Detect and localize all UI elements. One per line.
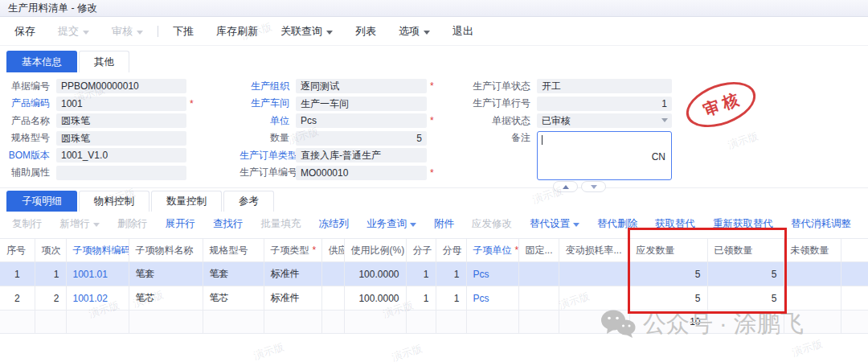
cell-subitem-type: 标准件 <box>264 286 321 311</box>
delete-row-button[interactable]: 删除行 <box>108 217 157 231</box>
product-name-field[interactable]: 圆珠笔 <box>56 113 186 128</box>
prod-org-field[interactable]: 逐同测试 <box>296 79 427 93</box>
chevron-down-icon <box>83 31 89 35</box>
submit-button[interactable]: 提交 <box>47 24 100 39</box>
cell-issue-qty: 5 <box>629 286 707 311</box>
cell-fixed <box>518 286 559 311</box>
prod-org-label: 生产组织 <box>240 80 296 93</box>
doc-no-field[interactable]: PPBOM00000010 <box>56 79 186 93</box>
unit-label: 单位 <box>240 114 296 128</box>
substitute-consume-adjust-button[interactable]: 替代消耗调整 <box>782 217 860 231</box>
get-substitute-button[interactable]: 获取替代 <box>646 217 704 231</box>
cell-var-loss <box>559 262 629 286</box>
col-received-qty[interactable]: 已领数量 <box>707 239 784 262</box>
main-toolbar: 保存 提交 审核 下推 库存刷新 关联查询 列表 选项 退出 <box>0 18 868 46</box>
chevron-down-icon <box>573 223 579 227</box>
table-row[interactable]: 1 1 1001.01 笔套 笔套 标准件 100.0000 1 1 Pcs 5… <box>0 262 868 286</box>
add-row-button[interactable]: 新增行 <box>51 217 109 231</box>
product-code-label: 产品编码 <box>6 97 56 110</box>
freeze-column-button[interactable]: 冻结列 <box>310 217 358 231</box>
page-title: 生产用料清单 - 修改 <box>8 2 97 14</box>
remark-textarea[interactable]: CN <box>537 131 672 180</box>
bom-version-field[interactable]: 1001_V1.0 <box>56 148 186 162</box>
mo-line-label: 生产订单行号 <box>442 97 537 110</box>
push-down-button[interactable]: 下推 <box>162 24 205 39</box>
cell-material-code-link[interactable]: 1001.02 <box>66 286 129 311</box>
list-button[interactable]: 列表 <box>344 24 387 39</box>
attachment-button[interactable]: 附件 <box>425 217 463 231</box>
doc-status-label: 单据状态 <box>442 114 537 128</box>
expand-row-button[interactable]: 展开行 <box>157 217 205 231</box>
cell-unit-link[interactable]: Pcs <box>466 286 518 311</box>
tab-material-control[interactable]: 物料控制 <box>79 191 149 212</box>
col-fixed[interactable]: 固定... <box>518 239 559 262</box>
mo-no-label: 生产订单编号 <box>240 166 296 179</box>
table-summary-row: 10 <box>0 311 868 334</box>
exit-button[interactable]: 退出 <box>441 24 485 39</box>
workshop-label: 生产车间 <box>240 97 296 110</box>
col-use-ratio[interactable]: 使用比例(%) <box>344 239 406 262</box>
col-seq[interactable]: 序号 <box>0 239 35 262</box>
options-button[interactable]: 选项 <box>387 24 441 39</box>
qty-field[interactable]: 5 <box>296 131 427 146</box>
spec-field[interactable]: 圆珠笔 <box>56 131 186 146</box>
collapse-up-button[interactable] <box>553 181 578 192</box>
aux-attr-field[interactable] <box>56 166 186 180</box>
tab-other[interactable]: 其他 <box>79 51 129 72</box>
chevron-down-icon <box>93 223 100 227</box>
col-subitem-unit[interactable]: 子项单位* <box>466 239 518 262</box>
batch-fill-button[interactable]: 批量填充 <box>252 217 310 231</box>
tab-qty-control[interactable]: 数量控制 <box>151 191 222 212</box>
audit-button[interactable]: 审核 <box>100 24 154 39</box>
tab-basic-info[interactable]: 基本信息 <box>6 51 77 72</box>
substitute-delete-button[interactable]: 替代删除 <box>588 217 646 231</box>
tab-subitem-detail[interactable]: 子项明细 <box>6 191 77 212</box>
cell-material-name: 笔芯 <box>129 286 203 311</box>
required-marker: * <box>430 167 434 179</box>
mo-no-field[interactable]: MO000010 <box>296 166 427 180</box>
header-tabs: 基本信息 其他 <box>6 51 131 72</box>
save-button[interactable]: 保存 <box>3 24 47 39</box>
mo-type-field[interactable]: 直接入库-普通生产 <box>296 148 427 162</box>
cell-use-ratio: 100.0000 <box>344 286 406 311</box>
window-titlebar: 生产用料清单 - 修改 <box>0 0 868 17</box>
col-material-code[interactable]: 子项物料编码* <box>66 239 129 262</box>
mo-status-field[interactable]: 开工 <box>537 79 672 93</box>
inventory-refresh-button[interactable]: 库存刷新 <box>205 24 269 39</box>
copy-row-button[interactable]: 复制行 <box>3 217 51 231</box>
related-query-button[interactable]: 关联查询 <box>269 24 344 39</box>
col-numerator[interactable]: 分子 <box>406 239 436 262</box>
col-subitem-type[interactable]: 子项类型* <box>264 239 321 262</box>
issue-modify-button[interactable]: 应发修改 <box>463 217 521 231</box>
collapse-down-button[interactable] <box>581 181 606 192</box>
re-get-substitute-button[interactable]: 重新获取替代 <box>704 217 782 231</box>
remark-label: 备注 <box>442 131 537 145</box>
col-item[interactable]: 项次 <box>35 239 66 262</box>
doc-status-select[interactable]: 已审核 <box>537 113 672 128</box>
col-issue-qty[interactable]: 应发数量 <box>629 239 707 262</box>
product-code-field[interactable]: 1001 <box>56 97 186 111</box>
substitute-setting-button[interactable]: 替代设置 <box>521 217 588 231</box>
chevron-down-icon <box>424 31 430 35</box>
tab-reference[interactable]: 参考 <box>223 191 274 212</box>
col-var-loss-rate[interactable]: 变动损耗率... <box>559 239 629 262</box>
col-material-name[interactable]: 子项物料名称 <box>129 239 203 262</box>
table-row[interactable]: 2 2 1001.02 笔芯 笔芯 标准件 100.0000 1 1 Pcs 5… <box>0 286 868 311</box>
cell-item: 1 <box>35 262 66 286</box>
business-query-button[interactable]: 业务查询 <box>358 217 425 231</box>
unit-field[interactable]: Pcs <box>296 113 427 128</box>
col-denominator[interactable]: 分母 <box>436 239 466 262</box>
col-supply[interactable]: 供应... <box>321 239 344 262</box>
workshop-field[interactable]: 生产一车间 <box>296 97 427 111</box>
table-header-row: 序号 项次 子项物料编码* 子项物料名称 规格型号 子项类型* 供应... 使用… <box>0 239 868 262</box>
cell-unit-link[interactable]: Pcs <box>466 262 518 286</box>
cell-numerator: 1 <box>406 262 436 286</box>
mo-line-field[interactable]: 1 <box>537 97 672 111</box>
cell-item: 2 <box>35 286 66 311</box>
col-spec[interactable]: 规格型号 <box>203 239 264 262</box>
cell-material-code-link[interactable]: 1001.01 <box>66 262 129 286</box>
col-unreceived-qty[interactable]: 未领数量 <box>784 239 841 262</box>
required-marker: * <box>190 98 194 109</box>
section-divider <box>0 187 868 188</box>
find-row-button[interactable]: 查找行 <box>204 217 252 231</box>
